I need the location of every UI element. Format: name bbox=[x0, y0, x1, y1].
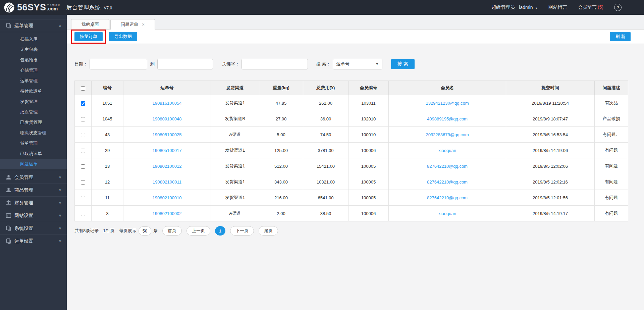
search-by-label: 搜 索： bbox=[316, 61, 331, 67]
last-page-button[interactable]: 尾页 bbox=[259, 226, 278, 236]
member-name-link[interactable]: 827642210@qq.com bbox=[427, 179, 468, 185]
row-checkbox[interactable] bbox=[81, 133, 85, 137]
member-name-link[interactable]: 1329421230@qq.com bbox=[426, 101, 469, 106]
issue-description-cell: 有问题。 bbox=[595, 127, 628, 143]
doc-icon bbox=[6, 225, 11, 231]
submit-time-cell: 2019/8/5 16:53:54 bbox=[506, 127, 595, 143]
tab-active[interactable]: 问题运单× bbox=[110, 19, 155, 30]
sidebar-item[interactable]: 转单管理 bbox=[0, 138, 67, 148]
total-fee-cell: 10321.00 bbox=[303, 174, 348, 190]
table-row: 3190802100002A渠道2.0038.50100006xiaoquan2… bbox=[75, 206, 628, 221]
row-id-cell: 12 bbox=[92, 174, 123, 190]
sidebar-item[interactable]: 仓储管理 bbox=[0, 65, 67, 75]
restore-order-button[interactable]: 恢复订单 bbox=[74, 32, 103, 41]
prev-page-button[interactable]: 上一页 bbox=[186, 226, 210, 236]
waybill-number-link[interactable]: 190802100012 bbox=[153, 164, 182, 169]
row-checkbox[interactable] bbox=[81, 117, 85, 121]
issue-description-cell: 产品破损 bbox=[595, 111, 628, 127]
shipping-channel-cell: 发货渠道1 bbox=[211, 143, 259, 158]
sidebar-item[interactable]: 运单管理 bbox=[0, 75, 67, 86]
sidebar-item[interactable]: 无主包裹 bbox=[0, 44, 67, 55]
table-row: 43190805100025A渠道5.0074.5010001020922836… bbox=[75, 127, 628, 143]
sidebar-section[interactable]: 商品管理∨ bbox=[0, 184, 67, 196]
sidebar-section[interactable]: 系统设置∨ bbox=[0, 222, 67, 235]
user-menu[interactable]: iadmin ∨ bbox=[519, 5, 538, 10]
member-messages-link[interactable]: 会员留言(5) bbox=[578, 4, 603, 10]
chevron-down-icon: ∨ bbox=[59, 226, 61, 230]
sidebar-item[interactable]: 发货管理 bbox=[0, 96, 67, 107]
waybill-number-link[interactable]: 190805100017 bbox=[153, 148, 182, 153]
row-checkbox[interactable] bbox=[81, 180, 85, 185]
search-type-select[interactable]: 运单号 ▼ bbox=[333, 59, 382, 69]
help-icon[interactable]: ? bbox=[614, 4, 622, 11]
total-fee-cell: 6541.00 bbox=[303, 190, 348, 206]
shipping-channel-cell: 发货渠道1 bbox=[211, 190, 259, 206]
annotation-highlight-box: 恢复订单 bbox=[71, 30, 106, 44]
shipping-channel-cell: 发货渠道B bbox=[211, 111, 259, 127]
waybill-number-cell: 190802100012 bbox=[123, 158, 211, 174]
keyword-input[interactable] bbox=[241, 59, 308, 69]
sidebar-item[interactable]: 扫描入库 bbox=[0, 34, 67, 44]
issue-description-cell: 有问题 bbox=[595, 158, 628, 174]
next-page-button[interactable]: 下一页 bbox=[230, 226, 254, 236]
waybill-number-link[interactable]: 190805100025 bbox=[153, 132, 182, 137]
search-button[interactable]: 搜 索 bbox=[391, 59, 415, 69]
waybill-number-link[interactable]: 190802100002 bbox=[153, 211, 182, 216]
row-checkbox[interactable] bbox=[81, 212, 85, 216]
total-fee-cell: 262.00 bbox=[303, 95, 348, 111]
waybill-number-link[interactable]: 190809100048 bbox=[153, 116, 182, 121]
row-id-cell: 11 bbox=[92, 190, 123, 206]
sidebar-section[interactable]: 运单设置∨ bbox=[0, 235, 67, 247]
sidebar-item[interactable]: 问题运单 bbox=[0, 159, 67, 169]
sidebar-item[interactable]: 待付款运单 bbox=[0, 86, 67, 96]
sidebar-item[interactable]: 批次管理 bbox=[0, 107, 67, 117]
sidebar-section[interactable]: 会员管理∨ bbox=[0, 171, 67, 184]
site-messages-link[interactable]: 网站留言 bbox=[548, 4, 567, 10]
row-checkbox[interactable] bbox=[81, 164, 85, 169]
member-name-link[interactable]: 2092283679@qq.com bbox=[426, 132, 469, 137]
select-all-header-cell bbox=[75, 81, 92, 95]
sidebar-section[interactable]: 财务管理∨ bbox=[0, 196, 67, 209]
per-page-input[interactable] bbox=[139, 226, 151, 236]
sidebar-item[interactable]: 包裹预报 bbox=[0, 55, 67, 65]
sidebar-section[interactable]: 运单管理∧ bbox=[0, 19, 67, 32]
row-checkbox-cell bbox=[75, 174, 92, 190]
select-all-checkbox[interactable] bbox=[81, 86, 85, 91]
submit-time-cell: 2019/8/5 14:19:06 bbox=[506, 143, 595, 158]
sidebar-item[interactable]: 已发货管理 bbox=[0, 117, 67, 127]
row-checkbox[interactable] bbox=[81, 101, 85, 106]
member-name-link[interactable]: 827642210@qq.com bbox=[427, 195, 468, 200]
member-name-link[interactable]: 827642210@qq.com bbox=[427, 164, 468, 169]
sidebar-item[interactable]: 物流状态管理 bbox=[0, 127, 67, 138]
export-data-button[interactable]: 导出数据 bbox=[109, 32, 137, 41]
column-header: 重量(kg) bbox=[259, 81, 303, 95]
logo-domain-block: 全景物流通 .com bbox=[47, 4, 60, 11]
chevron-down-icon: ∨ bbox=[59, 188, 61, 192]
member-name-link[interactable]: 409889195@qq.com bbox=[427, 116, 468, 121]
waybill-table: 编号运单号发货渠道重量(kg)总费用(¥)会员编号会员名提交时间问题描述 105… bbox=[74, 81, 628, 221]
total-fee-cell: 74.50 bbox=[303, 127, 348, 143]
waybill-number-link[interactable]: 190802100011 bbox=[153, 179, 181, 185]
row-checkbox-cell bbox=[75, 111, 92, 127]
logo-domain: .com bbox=[47, 6, 60, 11]
close-icon[interactable]: × bbox=[142, 22, 145, 27]
waybill-number-link[interactable]: 190802100010 bbox=[153, 195, 182, 200]
tab[interactable]: 我的桌面 bbox=[71, 19, 109, 29]
row-checkbox[interactable] bbox=[81, 149, 85, 153]
sidebar-item[interactable]: 已取消运单 bbox=[0, 148, 67, 159]
row-checkbox[interactable] bbox=[81, 196, 85, 200]
current-page-button[interactable]: 1 bbox=[215, 226, 225, 236]
sidebar-section-label: 财务管理 bbox=[14, 200, 59, 206]
refresh-button[interactable]: 刷 新 bbox=[610, 32, 631, 41]
user-icon bbox=[6, 187, 11, 193]
member-name-link[interactable]: xiaoquan bbox=[438, 148, 456, 153]
shipping-channel-cell: 发货渠道1 bbox=[211, 95, 259, 111]
browser-icon bbox=[6, 213, 11, 218]
first-page-button[interactable]: 首页 bbox=[162, 226, 182, 236]
member-name-link[interactable]: xiaoquan bbox=[438, 211, 456, 216]
date-from-input[interactable] bbox=[90, 59, 147, 69]
sidebar-submenu: 扫描入库无主包裹包裹预报仓储管理运单管理待付款运单发货管理批次管理已发货管理物流… bbox=[0, 32, 67, 171]
waybill-number-link[interactable]: 190816100054 bbox=[153, 101, 182, 106]
sidebar-section[interactable]: 网站设置∨ bbox=[0, 209, 67, 222]
date-to-input[interactable] bbox=[157, 59, 213, 69]
